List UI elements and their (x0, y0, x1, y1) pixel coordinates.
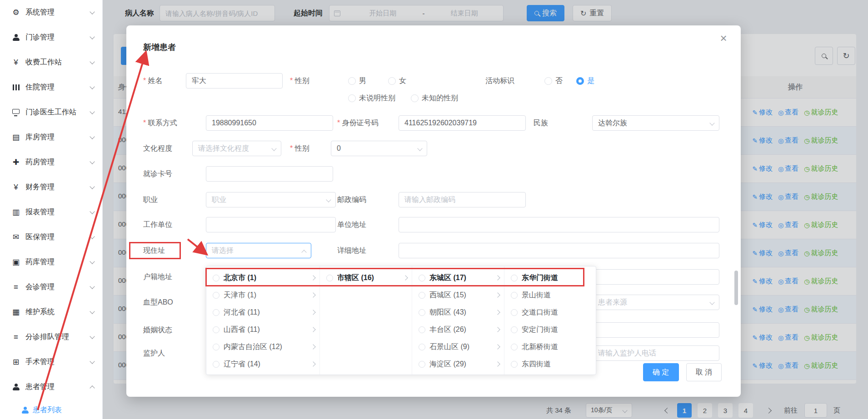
sidebar-item-outpatient[interactable]: 门诊管理 (0, 25, 102, 50)
radio-icon[interactable] (419, 344, 425, 350)
chevron-down-icon (417, 146, 422, 151)
cascader-option-street[interactable]: 交道口街道 (504, 304, 596, 321)
sidebar-item-doctor-station[interactable]: 门诊医生工作站 (0, 100, 102, 125)
cascader-option-province[interactable]: 天津市 (1) (206, 286, 319, 304)
active-radio-yes[interactable]: 是 (576, 76, 594, 86)
cascader-option-province[interactable]: 辽宁省 (14) (206, 355, 319, 373)
cascader-option-street[interactable]: 东四街道 (504, 355, 596, 373)
chevron-down-icon (90, 59, 95, 64)
sidebar-item-patient-mgmt[interactable]: 患者管理 (0, 375, 102, 399)
radio-icon[interactable] (213, 326, 219, 333)
radio-icon[interactable] (213, 275, 219, 281)
radio-icon[interactable] (511, 326, 518, 333)
cascader-option-district[interactable]: 丰台区 (26) (412, 321, 504, 338)
radio-icon[interactable] (419, 326, 425, 333)
gear-icon: ⚙ (11, 8, 21, 17)
chevron-down-icon (90, 34, 95, 39)
cascader-option-street[interactable]: 景山街道 (504, 286, 596, 304)
radio-icon[interactable] (511, 309, 518, 316)
radio-icon[interactable] (419, 361, 425, 368)
radio-icon[interactable] (419, 275, 425, 281)
education-select[interactable]: 请选择文化程度 (192, 141, 281, 156)
radio-icon[interactable] (419, 309, 425, 316)
visit-card-input[interactable] (206, 166, 333, 182)
patient-source-select[interactable]: 患者来源 (592, 295, 719, 310)
work-unit-label: 工作单位 (143, 220, 172, 230)
cascader-option-province[interactable]: 山西省 (11) (206, 321, 319, 338)
cascader-option-city[interactable]: 市辖区 (16) (320, 269, 412, 286)
gender-code-select[interactable]: 0 (331, 141, 427, 156)
gender-radio-male[interactable]: 男 (348, 76, 366, 86)
cascader-option-street[interactable]: 东华门街道 (504, 269, 596, 286)
sidebar-item-warehouse[interactable]: ▤库房管理 (0, 125, 102, 150)
chevron-down-icon (90, 359, 95, 364)
sidebar-item-pharmacy[interactable]: ✚药房管理 (0, 150, 102, 175)
work-unit-input[interactable] (206, 217, 336, 232)
occupation-select[interactable]: 职业 (206, 192, 336, 207)
archive-icon: ▣ (11, 257, 21, 267)
queue-icon: ≡ (11, 333, 21, 342)
cascader-option-district[interactable]: 石景山区 (9) (412, 338, 504, 355)
modal-scrollbar-thumb[interactable] (734, 271, 738, 305)
cascader-option-district[interactable]: 海淀区 (29) (412, 355, 504, 373)
sidebar-item-maintenance[interactable]: ▦维护系统 (0, 300, 102, 325)
active-radio-no[interactable]: 否 (544, 76, 563, 86)
guardian-phone-input[interactable] (592, 345, 719, 361)
postcode-input[interactable] (399, 192, 526, 207)
sidebar-item-inpatient[interactable]: 住院管理 (0, 75, 102, 100)
chevron-right-icon (495, 327, 500, 332)
sidebar-item-consultation[interactable]: ≡会诊管理 (0, 275, 102, 300)
cascader-option-province[interactable]: 内蒙古自治区 (12) (206, 338, 319, 355)
confirm-button[interactable]: 确 定 (643, 363, 678, 381)
radio-icon[interactable] (213, 344, 219, 350)
radio-icon[interactable] (511, 361, 518, 368)
sidebar-item-surgery[interactable]: ⊞手术管理 (0, 350, 102, 375)
cascader-option-province[interactable]: 河北省 (11) (206, 304, 319, 321)
sidebar-item-finance[interactable]: ¥财务管理 (0, 175, 102, 200)
radio-icon (348, 94, 356, 102)
cascader-option-district[interactable]: 朝阳区 (43) (412, 304, 504, 321)
sidebar-item-system[interactable]: ⚙系统管理 (0, 0, 102, 25)
sidebar: ⚙系统管理 门诊管理 ¥收费工作站 住院管理 门诊医生工作站 ▤库房管理 ✚药房… (0, 0, 103, 419)
radio-icon[interactable] (511, 275, 518, 281)
sidebar-item-report[interactable]: ▥报表管理 (0, 200, 102, 225)
radio-icon[interactable] (511, 344, 518, 350)
chevron-up-icon (90, 385, 95, 390)
gender-radio-unknown[interactable]: 未知的性别 (411, 94, 458, 103)
ethnicity-label: 民族 (534, 118, 548, 128)
radio-icon[interactable] (213, 361, 219, 368)
cancel-button[interactable]: 取 消 (686, 363, 722, 381)
chevron-right-icon (310, 344, 315, 349)
radio-icon[interactable] (419, 292, 425, 299)
chevron-right-icon (403, 275, 408, 280)
chevron-right-icon (495, 275, 500, 280)
unit-address-input[interactable] (399, 217, 719, 232)
gender-radio-female[interactable]: 女 (388, 76, 406, 86)
current-address-label: 现住址 (143, 246, 165, 256)
cascader-option-district[interactable]: 东城区 (17) (412, 269, 504, 286)
sidebar-item-insurance[interactable]: ✉医保管理 (0, 225, 102, 250)
idcard-input[interactable] (399, 115, 526, 131)
ethnicity-select[interactable]: 达斡尔族 (592, 115, 719, 131)
name-input[interactable] (186, 73, 283, 89)
detail-address-input[interactable] (399, 243, 719, 258)
radio-icon[interactable] (213, 292, 219, 299)
sidebar-item-drug-storage[interactable]: ▣药库管理 (0, 250, 102, 275)
cascader-option-district[interactable]: 西城区 (15) (412, 286, 504, 304)
current-address-select[interactable]: 请选择 (206, 243, 311, 258)
sidebar-item-charging[interactable]: ¥收费工作站 (0, 50, 102, 75)
cascader-option-street[interactable]: 安定门街道 (504, 321, 596, 338)
close-icon[interactable]: × (716, 31, 731, 45)
chevron-right-icon (495, 310, 500, 315)
chevron-down-icon (90, 209, 95, 214)
gender-radio-unstated[interactable]: 未说明性别 (348, 94, 395, 103)
cascader-option-street[interactable]: 北新桥街道 (504, 338, 596, 355)
radio-icon[interactable] (511, 292, 518, 299)
contact-input[interactable] (206, 115, 333, 131)
sidebar-item-patient-list[interactable]: 患者列表 (0, 399, 102, 419)
radio-icon[interactable] (326, 275, 333, 281)
sidebar-item-triage-queue[interactable]: ≡分诊排队管理 (0, 325, 102, 350)
radio-icon[interactable] (213, 309, 219, 316)
visit-card-label: 就诊卡号 (143, 169, 172, 179)
cascader-option-province[interactable]: 北京市 (1) (206, 269, 319, 286)
